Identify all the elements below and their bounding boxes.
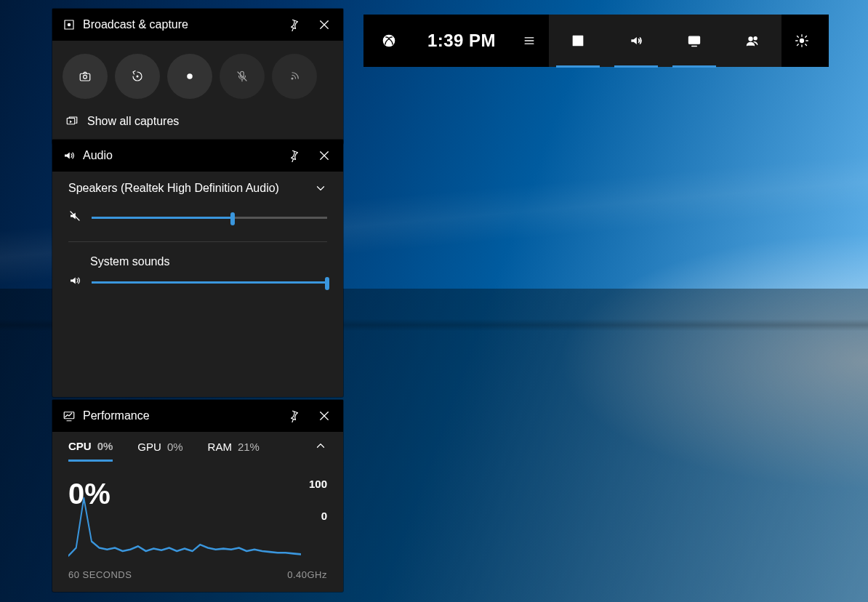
close-button[interactable]	[313, 144, 336, 167]
performance-titlebar[interactable]: Performance	[52, 400, 343, 432]
svg-point-16	[84, 75, 87, 79]
tab-gpu-label: GPU	[137, 441, 161, 453]
audio-title: Audio	[83, 149, 275, 162]
performance-icon	[63, 409, 76, 422]
mute-system-sounds-button[interactable]	[68, 274, 81, 290]
mic-toggle-button[interactable]	[220, 54, 265, 99]
widgets-menu-button[interactable]	[509, 15, 549, 67]
svg-point-8	[749, 37, 752, 41]
show-all-captures-link[interactable]: Show all captures	[63, 115, 333, 128]
cpu-clock-label: 0.40GHz	[287, 569, 327, 580]
svg-point-12	[68, 23, 71, 27]
mute-master-button[interactable]	[68, 209, 81, 225]
chart-ymin-label: 0	[321, 510, 327, 522]
system-sounds-label: System sounds	[90, 255, 327, 268]
toolbar-settings-button[interactable]	[781, 15, 821, 67]
toolbar-clock: 1:39 PM	[414, 15, 509, 67]
record-last-button[interactable]	[115, 54, 160, 99]
screenshot-button[interactable]	[63, 54, 108, 99]
svg-point-17	[137, 76, 139, 78]
broadcast-titlebar[interactable]: Broadcast & capture	[52, 9, 343, 41]
gamebar-toolbar: 1:39 PM	[363, 15, 829, 67]
xbox-home-button[interactable]	[363, 15, 414, 67]
output-device-dropdown[interactable]: Speakers (Realtek High Definition Audio)	[68, 182, 327, 195]
show-all-captures-label: Show all captures	[87, 115, 179, 128]
close-button[interactable]	[313, 404, 336, 428]
svg-rect-15	[80, 73, 90, 81]
divider	[68, 241, 327, 242]
start-broadcast-button[interactable]	[272, 54, 317, 99]
svg-point-10	[800, 39, 803, 43]
broadcast-icon	[63, 18, 76, 31]
cpu-usage-chart: 0% 100 0	[68, 469, 327, 563]
svg-point-18	[187, 73, 193, 79]
svg-point-9	[754, 37, 757, 40]
svg-point-21	[292, 78, 294, 80]
master-volume-slider[interactable]	[92, 217, 327, 219]
toolbar-audio-button[interactable]	[607, 15, 665, 67]
pin-button[interactable]	[282, 13, 305, 36]
pin-button[interactable]	[282, 144, 305, 167]
tab-ram[interactable]: RAM 21%	[208, 441, 260, 460]
performance-title: Performance	[83, 409, 275, 422]
svg-marker-23	[70, 121, 72, 124]
pin-button[interactable]	[282, 404, 305, 428]
audio-titlebar[interactable]: Audio	[52, 140, 343, 172]
collapse-button[interactable]	[314, 439, 327, 462]
toolbar-broadcast-button[interactable]	[549, 15, 607, 67]
chart-ymax-label: 100	[309, 478, 327, 490]
toolbar-performance-button[interactable]	[665, 15, 723, 67]
audio-widget: Audio Speakers (Realtek High Definition …	[52, 140, 343, 397]
tab-cpu-value: 0%	[97, 440, 113, 452]
tab-ram-value: 21%	[238, 441, 260, 453]
chart-xaxis-label: 60 SECONDS	[68, 569, 132, 580]
tab-gpu[interactable]: GPU 0%	[137, 441, 182, 460]
close-button[interactable]	[313, 13, 336, 36]
broadcast-capture-widget: Broadcast & capture	[52, 9, 343, 144]
toolbar-social-button[interactable]	[723, 15, 781, 67]
tab-gpu-value: 0%	[167, 441, 183, 453]
tab-cpu[interactable]: CPU 0%	[68, 440, 113, 462]
tab-cpu-label: CPU	[68, 440, 92, 452]
svg-point-0	[383, 35, 395, 47]
svg-point-5	[576, 39, 580, 43]
system-sounds-volume-slider[interactable]	[92, 281, 327, 284]
tab-ram-label: RAM	[208, 441, 232, 453]
performance-widget: Performance CPU 0% GPU 0% RAM 21% 0% 100…	[52, 400, 343, 592]
audio-icon	[63, 149, 76, 162]
broadcast-title: Broadcast & capture	[83, 18, 275, 31]
record-button[interactable]	[167, 54, 212, 99]
output-device-label: Speakers (Realtek High Definition Audio)	[68, 182, 279, 195]
chevron-down-icon	[314, 182, 327, 195]
